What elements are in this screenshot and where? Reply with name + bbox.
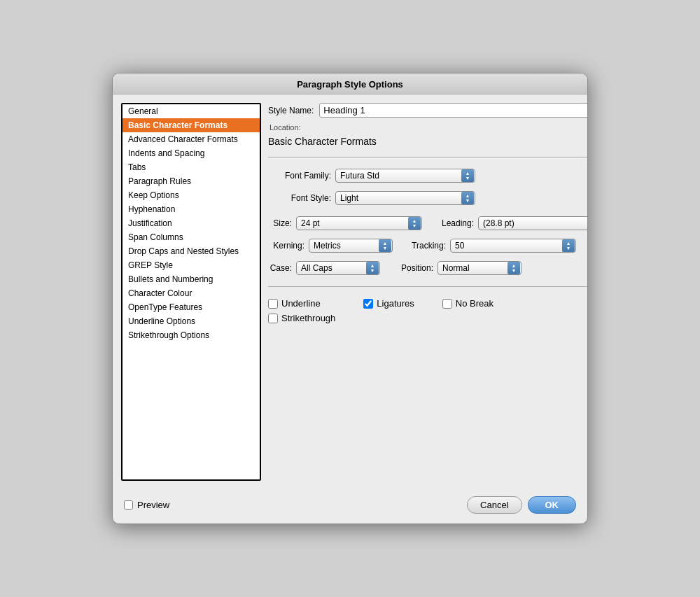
- sidebar-item[interactable]: Keep Options: [122, 188, 260, 202]
- ligatures-checkbox-item[interactable]: Ligatures: [363, 298, 414, 309]
- tracking-spin-wrapper: [450, 239, 576, 253]
- sidebar-item[interactable]: GREP Style: [122, 258, 260, 272]
- strikethrough-checkbox[interactable]: [268, 314, 278, 323]
- font-style-row: Font Style: Light: [268, 191, 588, 205]
- kerning-tracking-row: Kerning: Metrics Tracking:: [268, 239, 588, 253]
- checkboxes-col-left: Underline Strikethrough: [268, 298, 335, 323]
- leading-label: Leading:: [436, 218, 474, 228]
- sidebar-item[interactable]: Justification: [122, 216, 260, 230]
- case-select[interactable]: All Caps: [296, 261, 380, 275]
- font-family-row: Font Family: Futura Std: [268, 169, 588, 183]
- footer-buttons: Cancel OK: [467, 496, 576, 514]
- sidebar-item[interactable]: Basic Character Formats: [122, 118, 260, 132]
- no-break-checkbox-item[interactable]: No Break: [442, 298, 493, 309]
- cancel-button[interactable]: Cancel: [467, 496, 522, 514]
- sidebar-item[interactable]: Underline Options: [122, 314, 260, 328]
- checkboxes-col-right: No Break: [442, 298, 493, 309]
- sidebar-item[interactable]: Strikethrough Options: [122, 328, 260, 342]
- sidebar-item[interactable]: Indents and Spacing: [122, 146, 260, 160]
- main-content: Style Name: Location: Basic Character Fo…: [268, 103, 588, 481]
- tracking-input[interactable]: [450, 239, 576, 253]
- leading-row: Leading:: [436, 216, 588, 230]
- no-break-checkbox[interactable]: [442, 299, 452, 309]
- position-select[interactable]: Normal: [438, 261, 522, 275]
- position-select-wrapper: Normal: [438, 261, 522, 275]
- paragraph-style-options-dialog: Paragraph Style Options GeneralBasic Cha…: [112, 73, 588, 524]
- no-break-label: No Break: [456, 298, 493, 309]
- sidebar-item[interactable]: Hyphenation: [122, 202, 260, 216]
- font-family-select-wrapper: Futura Std: [335, 169, 475, 183]
- position-row: Position: Normal: [394, 261, 522, 275]
- tracking-row: Tracking:: [407, 239, 576, 253]
- leading-input[interactable]: [478, 216, 588, 230]
- sidebar-item[interactable]: Drop Caps and Nested Styles: [122, 244, 260, 258]
- title-bar: Paragraph Style Options: [113, 73, 587, 94]
- sidebar-item[interactable]: Character Colour: [122, 286, 260, 300]
- font-family-select[interactable]: Futura Std: [335, 169, 475, 183]
- kerning-row: Kerning: Metrics: [268, 239, 393, 253]
- font-style-select[interactable]: Light: [335, 191, 475, 205]
- preview-checkbox[interactable]: [124, 500, 133, 510]
- dialog-body: GeneralBasic Character FormatsAdvanced C…: [113, 94, 587, 489]
- leading-spin-wrapper: [478, 216, 588, 230]
- font-style-label: Font Style:: [268, 193, 331, 203]
- underline-label: Underline: [281, 298, 321, 309]
- sidebar-item[interactable]: Advanced Character Formats: [122, 132, 260, 146]
- tracking-label: Tracking:: [407, 241, 446, 251]
- checkboxes-area: Underline Strikethrough Ligatures: [268, 298, 588, 323]
- checkboxes-col-middle: Ligatures: [363, 298, 414, 309]
- kerning-label: Kerning:: [268, 241, 304, 251]
- underline-checkbox[interactable]: [268, 299, 278, 309]
- ok-button[interactable]: OK: [528, 496, 577, 514]
- strikethrough-checkbox-item[interactable]: Strikethrough: [268, 313, 335, 323]
- kerning-select[interactable]: Metrics: [309, 239, 393, 253]
- sidebar-item[interactable]: Span Columns: [122, 230, 260, 244]
- font-style-select-wrapper: Light: [335, 191, 475, 205]
- case-label: Case:: [268, 263, 292, 273]
- sidebar: GeneralBasic Character FormatsAdvanced C…: [121, 103, 261, 481]
- sidebar-item[interactable]: Bullets and Numbering: [122, 272, 260, 286]
- strikethrough-label: Strikethrough: [281, 313, 335, 323]
- section-divider: [268, 157, 588, 157]
- size-leading-row: Size: Leading:: [268, 216, 588, 230]
- sidebar-item[interactable]: Tabs: [122, 160, 260, 174]
- ligatures-label: Ligatures: [377, 298, 414, 309]
- ligatures-checkbox[interactable]: [363, 299, 373, 309]
- case-position-row: Case: All Caps Position: Normal: [268, 261, 588, 275]
- sidebar-item[interactable]: General: [122, 104, 260, 118]
- font-family-label: Font Family:: [268, 171, 331, 181]
- size-input[interactable]: [296, 216, 422, 230]
- style-name-input[interactable]: [319, 103, 588, 118]
- case-select-wrapper: All Caps: [296, 261, 380, 275]
- size-label: Size:: [268, 218, 292, 228]
- sidebar-item[interactable]: OpenType Features: [122, 300, 260, 314]
- case-row: Case: All Caps: [268, 261, 380, 275]
- section-title: Basic Character Formats: [268, 136, 588, 147]
- dialog-footer: Preview Cancel OK: [113, 489, 587, 524]
- checkboxes-divider: [268, 286, 588, 287]
- dialog-title: Paragraph Style Options: [297, 79, 403, 90]
- position-label: Position:: [394, 263, 433, 273]
- kerning-select-wrapper: Metrics: [309, 239, 393, 253]
- location-label: Location:: [270, 123, 301, 132]
- sidebar-item[interactable]: Paragraph Rules: [122, 174, 260, 188]
- size-row: Size:: [268, 216, 422, 230]
- underline-checkbox-item[interactable]: Underline: [268, 298, 335, 309]
- size-spin-wrapper: [296, 216, 422, 230]
- preview-label: Preview: [137, 500, 169, 510]
- preview-row: Preview: [124, 500, 169, 510]
- style-name-label: Style Name:: [268, 106, 314, 115]
- location-row: Location:: [270, 123, 588, 132]
- style-name-row: Style Name:: [268, 103, 588, 118]
